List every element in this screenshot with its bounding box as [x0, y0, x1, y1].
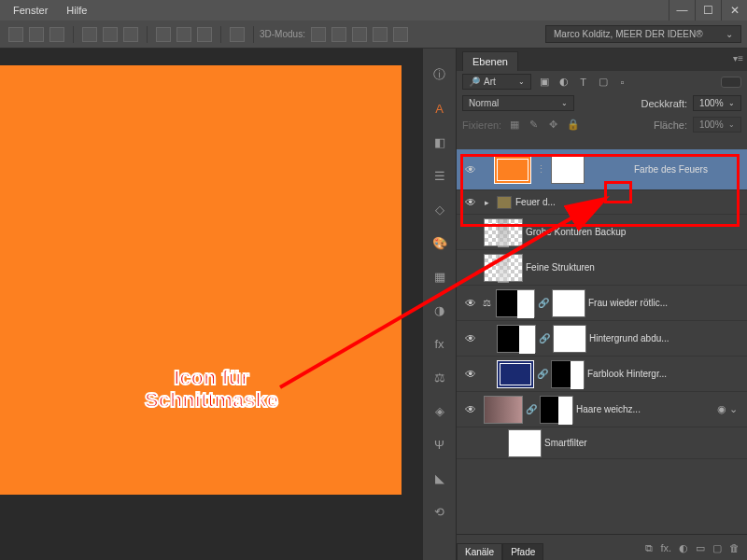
text-icon[interactable]: A	[430, 99, 449, 118]
annotation-text: Icon für Schnittmaske	[145, 367, 278, 412]
layer-name[interactable]: Feine Strukturen	[526, 262, 743, 273]
layer-row[interactable]: Feine Strukturen	[457, 250, 747, 286]
layer-thumb[interactable]	[497, 325, 536, 353]
distribute-icon[interactable]	[197, 27, 212, 42]
maximize-button[interactable]: ☐	[695, 0, 721, 21]
canvas-viewport[interactable]	[0, 49, 422, 560]
chevron-down-icon[interactable]: ◉ ⌄	[717, 403, 738, 415]
nav-icon[interactable]: ◈	[430, 401, 449, 420]
scales-icon[interactable]: ⚖	[430, 368, 449, 386]
align-icon[interactable]	[29, 27, 44, 42]
layer-name[interactable]: Farblook Hintergr...	[587, 369, 743, 379]
lock-paint-icon[interactable]: ✎	[527, 118, 541, 132]
info-icon[interactable]: ⓘ	[430, 65, 449, 84]
menu-hilfe[interactable]: Hilfe	[57, 2, 96, 19]
layer-name[interactable]: Smartfilter	[544, 438, 743, 448]
layer-thumb[interactable]	[497, 360, 534, 388]
menu-fenster[interactable]: Fenster	[4, 2, 57, 19]
visibility-icon[interactable]: 👁	[460, 403, 481, 416]
mask-icon[interactable]: ◐	[679, 542, 688, 554]
distribute-icon[interactable]	[156, 27, 171, 42]
mode3d-icon[interactable]	[311, 27, 326, 42]
workspace-label: Marco Kolditz, MEER DER IDEEN®	[554, 29, 703, 39]
fx-icon[interactable]: fx.	[660, 542, 671, 554]
mode3d-icon[interactable]	[393, 27, 408, 42]
char-icon[interactable]: Ψ	[430, 435, 449, 454]
canvas[interactable]	[0, 65, 402, 495]
tab-pfade[interactable]: Pfade	[502, 543, 543, 560]
layer-name[interactable]: Hintergrund abdu...	[589, 333, 743, 343]
filter-text-icon[interactable]: T	[576, 75, 590, 89]
styles-icon[interactable]: fx	[430, 334, 449, 353]
align-icon[interactable]	[49, 27, 64, 42]
panel-footer: Kanäle Pfade ⧉ fx. ◐ ▭ ▢ 🗑	[457, 534, 747, 560]
adjustments-icon[interactable]: ◑	[430, 301, 449, 319]
distribute-icon[interactable]	[176, 27, 191, 42]
window-controls: — ☐ ✕	[669, 0, 747, 21]
layer-thumb[interactable]	[484, 396, 523, 424]
tab-ebenen[interactable]: Ebenen	[462, 51, 518, 71]
layers-icon[interactable]: ◇	[430, 200, 449, 218]
link-icon[interactable]: ⧉	[645, 542, 653, 554]
opacity-input[interactable]: 100%⌄	[693, 95, 741, 111]
distribute-icon[interactable]	[82, 27, 97, 42]
distribute-icon[interactable]	[123, 27, 138, 42]
align3d-icon[interactable]	[230, 27, 245, 42]
mode3d-label: 3D-Modus:	[260, 29, 305, 39]
tab-kanale[interactable]: Kanäle	[457, 543, 502, 560]
palette-icon[interactable]: 🎨	[430, 233, 449, 252]
layer-row[interactable]: 👁 🔗 Hintergrund abdu...	[457, 321, 747, 357]
mode3d-icon[interactable]	[331, 27, 346, 42]
visibility-icon[interactable]: 👁	[460, 297, 481, 310]
layer-row[interactable]: 👁 🔗 Haare weichz... ◉ ⌄	[457, 392, 747, 427]
layer-name[interactable]: Haare weichz...	[576, 404, 712, 414]
smartfilter-thumb[interactable]	[508, 429, 542, 457]
filter-smart-icon[interactable]: ▫	[615, 75, 629, 89]
layers-panel: Ebenen ▾≡ 🔎Art⌄ ▣ ◐ T ▢ ▫ Normal⌄ Deckkr…	[456, 49, 747, 560]
fill-label: Fläche:	[654, 119, 687, 131]
opacity-label: Deckkraft:	[641, 98, 687, 109]
blend-mode-dropdown[interactable]: Normal⌄	[462, 95, 574, 111]
swatches-icon[interactable]: ◧	[430, 133, 449, 151]
minimize-button[interactable]: —	[669, 0, 695, 21]
collapsed-panel-dock: ⓘ A ◧ ☰ ◇ 🎨 ▦ ◑ fx ⚖ ◈ Ψ ◣ ⟲	[422, 49, 456, 560]
filter-shape-icon[interactable]: ▢	[596, 75, 610, 89]
lock-label: Fixieren:	[462, 119, 501, 131]
align-icon[interactable]	[8, 27, 23, 42]
lock-all-icon[interactable]: 🔒	[566, 118, 580, 132]
brushes-icon[interactable]: ☰	[430, 166, 449, 185]
layer-row[interactable]: 👁 🔗 Farblook Hintergr...	[457, 357, 747, 392]
workspace-dropdown[interactable]: Marco Kolditz, MEER DER IDEEN®⌄	[545, 25, 741, 43]
paths-icon[interactable]: ◣	[430, 469, 449, 487]
mode3d-icon[interactable]	[352, 27, 367, 42]
mode3d-icon[interactable]	[373, 27, 388, 42]
layer-name[interactable]: Frau wieder rötlic...	[588, 298, 743, 308]
history-icon[interactable]: ⟲	[430, 502, 449, 521]
mask-thumb[interactable]	[552, 289, 585, 317]
panel-menu-icon[interactable]: ▾≡	[733, 53, 743, 63]
options-bar: 3D-Modus: Marco Kolditz, MEER DER IDEEN®…	[0, 21, 747, 49]
mask-thumb[interactable]	[551, 360, 585, 388]
close-button[interactable]: ✕	[721, 0, 747, 21]
lock-pixels-icon[interactable]: ▦	[507, 118, 521, 132]
new-group-icon[interactable]: ▭	[696, 542, 705, 554]
grid-icon[interactable]: ▦	[430, 267, 449, 286]
fill-input[interactable]: 100%⌄	[693, 117, 741, 133]
lock-move-icon[interactable]: ✥	[546, 118, 560, 132]
visibility-icon[interactable]: 👁	[460, 332, 481, 345]
new-layer-icon[interactable]: ▢	[712, 542, 722, 554]
layer-thumb[interactable]	[484, 254, 523, 282]
trash-icon[interactable]: 🗑	[729, 542, 740, 554]
filter-toggle[interactable]	[721, 77, 741, 88]
mask-thumb[interactable]	[540, 396, 573, 424]
filter-image-icon[interactable]: ▣	[537, 75, 551, 89]
visibility-icon[interactable]: 👁	[460, 368, 481, 381]
distribute-icon[interactable]	[103, 27, 118, 42]
layer-name[interactable]: Grobe Konturen Backup	[526, 227, 743, 237]
layer-thumb[interactable]	[496, 289, 535, 317]
layer-row[interactable]: Smartfilter	[457, 427, 747, 459]
filter-type-dropdown[interactable]: 🔎Art⌄	[462, 74, 531, 90]
mask-thumb[interactable]	[553, 325, 586, 353]
filter-adjust-icon[interactable]: ◐	[557, 75, 571, 89]
layer-row[interactable]: 👁 ⚖ 🔗 Frau wieder rötlic...	[457, 286, 747, 321]
